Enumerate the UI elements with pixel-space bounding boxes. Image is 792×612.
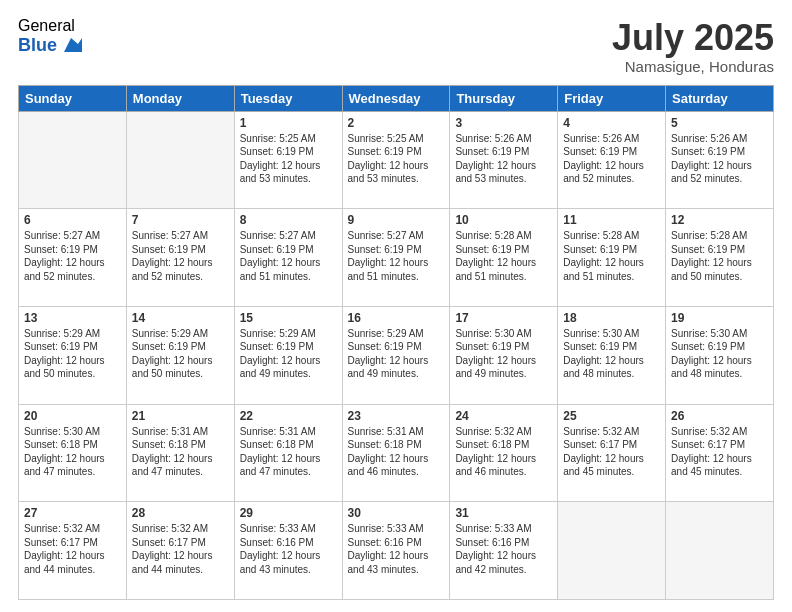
weekday-header: Saturday: [666, 85, 774, 111]
calendar-week-row: 6Sunrise: 5:27 AMSunset: 6:19 PMDaylight…: [19, 209, 774, 307]
day-number: 13: [24, 311, 121, 325]
calendar-header-row: SundayMondayTuesdayWednesdayThursdayFrid…: [19, 85, 774, 111]
calendar-cell: [19, 111, 127, 209]
calendar-cell: 25Sunrise: 5:32 AMSunset: 6:17 PMDayligh…: [558, 404, 666, 502]
day-number: 5: [671, 116, 768, 130]
logo-general: General: [18, 18, 82, 34]
day-number: 31: [455, 506, 552, 520]
day-number: 7: [132, 213, 229, 227]
day-number: 27: [24, 506, 121, 520]
day-info: Sunrise: 5:31 AMSunset: 6:18 PMDaylight:…: [132, 425, 229, 479]
calendar-cell: 2Sunrise: 5:25 AMSunset: 6:19 PMDaylight…: [342, 111, 450, 209]
calendar-cell: 18Sunrise: 5:30 AMSunset: 6:19 PMDayligh…: [558, 306, 666, 404]
calendar-cell: 4Sunrise: 5:26 AMSunset: 6:19 PMDaylight…: [558, 111, 666, 209]
header: General Blue July 2025 Namasigue, Hondur…: [18, 18, 774, 75]
calendar-week-row: 27Sunrise: 5:32 AMSunset: 6:17 PMDayligh…: [19, 502, 774, 600]
weekday-header: Tuesday: [234, 85, 342, 111]
calendar-cell: 3Sunrise: 5:26 AMSunset: 6:19 PMDaylight…: [450, 111, 558, 209]
calendar-cell: 9Sunrise: 5:27 AMSunset: 6:19 PMDaylight…: [342, 209, 450, 307]
day-number: 2: [348, 116, 445, 130]
day-info: Sunrise: 5:29 AMSunset: 6:19 PMDaylight:…: [240, 327, 337, 381]
day-number: 25: [563, 409, 660, 423]
weekday-header: Friday: [558, 85, 666, 111]
day-number: 29: [240, 506, 337, 520]
day-info: Sunrise: 5:27 AMSunset: 6:19 PMDaylight:…: [240, 229, 337, 283]
calendar-cell: 20Sunrise: 5:30 AMSunset: 6:18 PMDayligh…: [19, 404, 127, 502]
day-info: Sunrise: 5:25 AMSunset: 6:19 PMDaylight:…: [348, 132, 445, 186]
day-number: 26: [671, 409, 768, 423]
weekday-header: Sunday: [19, 85, 127, 111]
day-info: Sunrise: 5:30 AMSunset: 6:19 PMDaylight:…: [455, 327, 552, 381]
day-info: Sunrise: 5:33 AMSunset: 6:16 PMDaylight:…: [455, 522, 552, 576]
calendar-cell: 29Sunrise: 5:33 AMSunset: 6:16 PMDayligh…: [234, 502, 342, 600]
day-info: Sunrise: 5:31 AMSunset: 6:18 PMDaylight:…: [240, 425, 337, 479]
day-info: Sunrise: 5:31 AMSunset: 6:18 PMDaylight:…: [348, 425, 445, 479]
day-info: Sunrise: 5:33 AMSunset: 6:16 PMDaylight:…: [348, 522, 445, 576]
day-info: Sunrise: 5:29 AMSunset: 6:19 PMDaylight:…: [24, 327, 121, 381]
calendar-cell: 24Sunrise: 5:32 AMSunset: 6:18 PMDayligh…: [450, 404, 558, 502]
day-number: 18: [563, 311, 660, 325]
day-number: 17: [455, 311, 552, 325]
calendar-cell: 16Sunrise: 5:29 AMSunset: 6:19 PMDayligh…: [342, 306, 450, 404]
day-info: Sunrise: 5:26 AMSunset: 6:19 PMDaylight:…: [671, 132, 768, 186]
logo: General Blue: [18, 18, 82, 56]
calendar-week-row: 1Sunrise: 5:25 AMSunset: 6:19 PMDaylight…: [19, 111, 774, 209]
calendar-cell: [558, 502, 666, 600]
day-number: 20: [24, 409, 121, 423]
page: General Blue July 2025 Namasigue, Hondur…: [0, 0, 792, 612]
calendar-cell: 15Sunrise: 5:29 AMSunset: 6:19 PMDayligh…: [234, 306, 342, 404]
calendar-cell: 6Sunrise: 5:27 AMSunset: 6:19 PMDaylight…: [19, 209, 127, 307]
calendar-cell: 13Sunrise: 5:29 AMSunset: 6:19 PMDayligh…: [19, 306, 127, 404]
day-number: 22: [240, 409, 337, 423]
calendar-cell: 22Sunrise: 5:31 AMSunset: 6:18 PMDayligh…: [234, 404, 342, 502]
weekday-header: Thursday: [450, 85, 558, 111]
logo-blue: Blue: [18, 36, 57, 54]
calendar-cell: 28Sunrise: 5:32 AMSunset: 6:17 PMDayligh…: [126, 502, 234, 600]
day-number: 14: [132, 311, 229, 325]
calendar-cell: 11Sunrise: 5:28 AMSunset: 6:19 PMDayligh…: [558, 209, 666, 307]
day-info: Sunrise: 5:32 AMSunset: 6:17 PMDaylight:…: [132, 522, 229, 576]
day-number: 28: [132, 506, 229, 520]
day-info: Sunrise: 5:26 AMSunset: 6:19 PMDaylight:…: [455, 132, 552, 186]
day-number: 30: [348, 506, 445, 520]
calendar-cell: 7Sunrise: 5:27 AMSunset: 6:19 PMDaylight…: [126, 209, 234, 307]
day-info: Sunrise: 5:32 AMSunset: 6:17 PMDaylight:…: [24, 522, 121, 576]
calendar-cell: 21Sunrise: 5:31 AMSunset: 6:18 PMDayligh…: [126, 404, 234, 502]
day-number: 16: [348, 311, 445, 325]
calendar-cell: [666, 502, 774, 600]
calendar-cell: 23Sunrise: 5:31 AMSunset: 6:18 PMDayligh…: [342, 404, 450, 502]
day-number: 8: [240, 213, 337, 227]
day-info: Sunrise: 5:28 AMSunset: 6:19 PMDaylight:…: [455, 229, 552, 283]
calendar-week-row: 13Sunrise: 5:29 AMSunset: 6:19 PMDayligh…: [19, 306, 774, 404]
day-info: Sunrise: 5:29 AMSunset: 6:19 PMDaylight:…: [348, 327, 445, 381]
calendar-cell: 1Sunrise: 5:25 AMSunset: 6:19 PMDaylight…: [234, 111, 342, 209]
calendar-cell: 8Sunrise: 5:27 AMSunset: 6:19 PMDaylight…: [234, 209, 342, 307]
day-number: 6: [24, 213, 121, 227]
day-number: 19: [671, 311, 768, 325]
location: Namasigue, Honduras: [612, 58, 774, 75]
title-section: July 2025 Namasigue, Honduras: [612, 18, 774, 75]
calendar-cell: 17Sunrise: 5:30 AMSunset: 6:19 PMDayligh…: [450, 306, 558, 404]
day-info: Sunrise: 5:33 AMSunset: 6:16 PMDaylight:…: [240, 522, 337, 576]
day-number: 12: [671, 213, 768, 227]
day-info: Sunrise: 5:30 AMSunset: 6:18 PMDaylight:…: [24, 425, 121, 479]
day-info: Sunrise: 5:32 AMSunset: 6:18 PMDaylight:…: [455, 425, 552, 479]
day-info: Sunrise: 5:27 AMSunset: 6:19 PMDaylight:…: [348, 229, 445, 283]
day-info: Sunrise: 5:28 AMSunset: 6:19 PMDaylight:…: [563, 229, 660, 283]
day-info: Sunrise: 5:28 AMSunset: 6:19 PMDaylight:…: [671, 229, 768, 283]
calendar-cell: 10Sunrise: 5:28 AMSunset: 6:19 PMDayligh…: [450, 209, 558, 307]
day-number: 9: [348, 213, 445, 227]
day-info: Sunrise: 5:27 AMSunset: 6:19 PMDaylight:…: [24, 229, 121, 283]
month-title: July 2025: [612, 18, 774, 58]
calendar-cell: 31Sunrise: 5:33 AMSunset: 6:16 PMDayligh…: [450, 502, 558, 600]
calendar-cell: 14Sunrise: 5:29 AMSunset: 6:19 PMDayligh…: [126, 306, 234, 404]
weekday-header: Wednesday: [342, 85, 450, 111]
day-info: Sunrise: 5:30 AMSunset: 6:19 PMDaylight:…: [563, 327, 660, 381]
day-info: Sunrise: 5:25 AMSunset: 6:19 PMDaylight:…: [240, 132, 337, 186]
day-number: 3: [455, 116, 552, 130]
logo-icon: [60, 34, 82, 56]
calendar-cell: 5Sunrise: 5:26 AMSunset: 6:19 PMDaylight…: [666, 111, 774, 209]
day-number: 11: [563, 213, 660, 227]
day-info: Sunrise: 5:32 AMSunset: 6:17 PMDaylight:…: [563, 425, 660, 479]
calendar-cell: 26Sunrise: 5:32 AMSunset: 6:17 PMDayligh…: [666, 404, 774, 502]
